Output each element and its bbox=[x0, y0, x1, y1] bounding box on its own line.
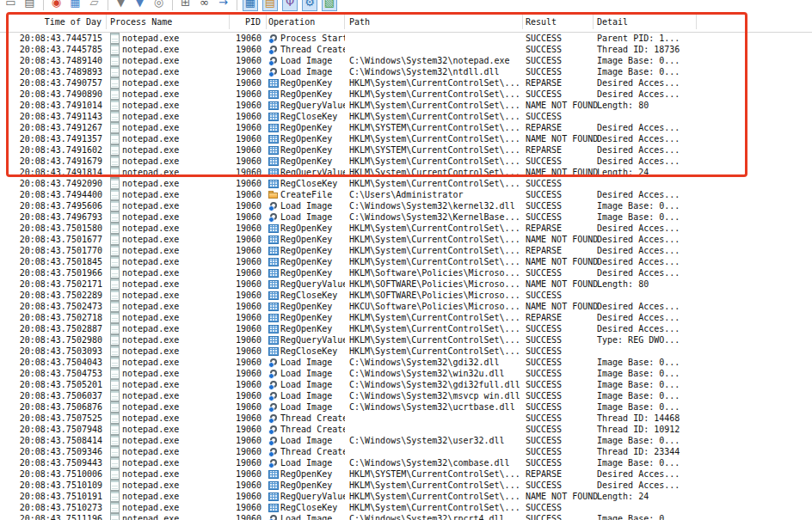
process-name-text: notepad.exe bbox=[122, 123, 179, 132]
table-row[interactable]: 20:08:43.7504753 notepad.exe 19060 Load … bbox=[0, 368, 812, 379]
column-header-detail[interactable]: Detail bbox=[594, 15, 697, 29]
table-row[interactable]: 20:08:43.7496793 notepad.exe 19060 Load … bbox=[0, 211, 812, 223]
table-row[interactable]: 20:08:43.7445715 notepad.exe 19060 Proce… bbox=[0, 33, 812, 44]
registry-icon bbox=[268, 79, 279, 88]
table-row[interactable]: 20:08:43.7506876 notepad.exe 19060 Load … bbox=[0, 401, 812, 413]
table-row[interactable]: 20:08:43.7490890 notepad.exe 19060 RegOp… bbox=[0, 89, 812, 100]
detail-cell: Image Base: 0... bbox=[594, 212, 697, 222]
path-cell: HKLM\System\CurrentControlSet\... bbox=[345, 503, 523, 512]
process-cell: notepad.exe bbox=[107, 368, 230, 379]
process-name-text: notepad.exe bbox=[122, 358, 179, 367]
result-cell: SUCCESS bbox=[523, 380, 594, 389]
column-header-pid[interactable]: PID bbox=[230, 15, 267, 29]
table-row[interactable]: 20:08:43.7508414 notepad.exe 19060 Load … bbox=[0, 435, 812, 446]
operation-text: RegQueryValue bbox=[280, 101, 345, 110]
process-cell: notepad.exe bbox=[107, 211, 230, 223]
table-row[interactable]: 20:08:43.7507525 notepad.exe 19060 Threa… bbox=[0, 413, 812, 424]
table-row[interactable]: 20:08:43.7491014 notepad.exe 19060 RegQu… bbox=[0, 100, 812, 111]
include-process-button[interactable]: ◎ bbox=[151, 0, 166, 11]
filter-button[interactable]: ▼ bbox=[114, 0, 128, 11]
table-row[interactable]: 20:08:43.7501580 notepad.exe 19060 RegOp… bbox=[0, 223, 812, 234]
column-header-operation[interactable]: Operation bbox=[267, 15, 345, 29]
table-row[interactable]: 20:08:43.7509346 notepad.exe 19060 Threa… bbox=[0, 446, 812, 457]
table-row[interactable]: 20:08:43.7445785 notepad.exe 19060 Threa… bbox=[0, 44, 812, 55]
notepad-file-icon bbox=[110, 111, 120, 122]
operation-text: RegOpenKey bbox=[280, 257, 332, 266]
jump-to-button[interactable]: → bbox=[216, 0, 231, 11]
table-row[interactable]: 20:08:43.7489893 notepad.exe 19060 Load … bbox=[0, 66, 812, 77]
detail-cell: Image Base: 0... bbox=[594, 369, 697, 378]
clear-button[interactable]: ▱ bbox=[87, 0, 102, 11]
table-row[interactable]: 20:08:43.7509443 notepad.exe 19060 Load … bbox=[0, 457, 812, 468]
operation-cell: RegCloseKey bbox=[267, 346, 345, 356]
result-cell: REPARSE bbox=[523, 223, 594, 233]
table-row[interactable]: 20:08:43.7491679 notepad.exe 19060 RegOp… bbox=[0, 156, 812, 167]
table-row[interactable]: 20:08:43.7501770 notepad.exe 19060 RegOp… bbox=[0, 245, 812, 256]
autoscroll-toggle[interactable]: ▦ bbox=[68, 0, 83, 11]
table-row[interactable]: 20:08:43.7510109 notepad.exe 19060 RegOp… bbox=[0, 480, 812, 491]
notepad-file-icon bbox=[110, 480, 120, 491]
table-row[interactable]: 20:08:43.7495606 notepad.exe 19060 Load … bbox=[0, 200, 812, 211]
operation-cell: Load Image bbox=[267, 67, 345, 77]
save-button[interactable]: ▤ bbox=[22, 0, 37, 11]
table-row[interactable]: 20:08:43.7501966 notepad.exe 19060 RegOp… bbox=[0, 267, 812, 278]
table-row[interactable]: 20:08:43.7491814 notepad.exe 19060 RegQu… bbox=[0, 167, 812, 178]
table-row[interactable]: 20:08:43.7492090 notepad.exe 19060 RegCl… bbox=[0, 178, 812, 189]
process-cell: notepad.exe bbox=[107, 111, 230, 122]
path-cell: HKLM\System\CurrentControlSet\... bbox=[345, 101, 523, 110]
table-row[interactable]: 20:08:43.7506037 notepad.exe 19060 Load … bbox=[0, 390, 812, 401]
table-row[interactable]: 20:08:43.7503093 notepad.exe 19060 RegCl… bbox=[0, 346, 812, 357]
table-row[interactable]: 20:08:43.7501677 notepad.exe 19060 RegOp… bbox=[0, 234, 812, 245]
process-icon bbox=[268, 413, 279, 424]
table-row[interactable]: 20:08:43.7502171 notepad.exe 19060 RegQu… bbox=[0, 278, 812, 290]
column-header-result[interactable]: Result bbox=[523, 15, 594, 29]
show-network-toggle[interactable]: Ψ bbox=[282, 0, 298, 11]
table-row[interactable]: 20:08:43.7502718 notepad.exe 19060 RegOp… bbox=[0, 312, 812, 323]
notepad-file-icon bbox=[110, 334, 120, 346]
table-row[interactable]: 20:08:43.7507948 notepad.exe 19060 Threa… bbox=[0, 424, 812, 435]
table-row[interactable]: 20:08:43.7489140 notepad.exe 19060 Load … bbox=[0, 55, 812, 66]
operation-cell: RegOpenKey bbox=[267, 313, 345, 322]
show-filesystem-toggle[interactable]: ▤ bbox=[262, 0, 278, 11]
notepad-file-icon bbox=[110, 234, 120, 245]
toolbar-separator bbox=[237, 0, 237, 10]
show-registry-toggle[interactable]: ▦ bbox=[243, 0, 258, 11]
column-header-path[interactable]: Path bbox=[345, 15, 523, 29]
table-row[interactable]: 20:08:43.7505201 notepad.exe 19060 Load … bbox=[0, 379, 812, 390]
table-row[interactable]: 20:08:43.7502980 notepad.exe 19060 RegQu… bbox=[0, 334, 812, 346]
operation-cell: Thread Create bbox=[267, 413, 345, 424]
table-row[interactable]: 20:08:43.7502289 notepad.exe 19060 RegCl… bbox=[0, 290, 812, 301]
table-row[interactable]: 20:08:43.7510006 notepad.exe 19060 RegOp… bbox=[0, 468, 812, 480]
open-button[interactable]: ▭ bbox=[3, 0, 18, 11]
detail-cell: Type: REG_DWO... bbox=[594, 335, 697, 345]
column-header-process[interactable]: Process Name bbox=[107, 15, 230, 29]
process-cell: notepad.exe bbox=[107, 234, 230, 245]
table-row[interactable]: 20:08:43.7491267 notepad.exe 19060 RegOp… bbox=[0, 122, 812, 133]
show-profiling-toggle[interactable]: ▧ bbox=[322, 0, 337, 11]
time-cell: 20:08:43.7507948 bbox=[0, 424, 107, 435]
find-button[interactable]: ∞ bbox=[197, 0, 212, 11]
table-row[interactable]: 20:08:43.7494400 notepad.exe 19060 Creat… bbox=[0, 189, 812, 200]
table-row[interactable]: 20:08:43.7504043 notepad.exe 19060 Load … bbox=[0, 357, 812, 368]
table-row[interactable]: 20:08:43.7491357 notepad.exe 19060 RegOp… bbox=[0, 133, 812, 144]
table-row[interactable]: 20:08:43.7502473 notepad.exe 19060 RegOp… bbox=[0, 301, 812, 312]
pid-cell: 19060 bbox=[230, 111, 267, 122]
table-row[interactable]: 20:08:43.7491143 notepad.exe 19060 RegCl… bbox=[0, 111, 812, 122]
table-row[interactable]: 20:08:43.7491602 notepad.exe 19060 RegOp… bbox=[0, 144, 812, 156]
operation-cell: Load Image bbox=[267, 391, 345, 401]
path-cell: C:\Windows\System32\win32u.dll bbox=[345, 369, 523, 378]
table-row[interactable]: 20:08:43.7510191 notepad.exe 19060 RegQu… bbox=[0, 491, 812, 502]
result-cell: SUCCESS bbox=[523, 358, 594, 367]
detail-cell: Thread ID: 23344 bbox=[594, 447, 697, 456]
show-process-toggle[interactable]: ⚙ bbox=[302, 0, 317, 11]
highlight-button[interactable]: ▼ bbox=[132, 0, 147, 11]
table-row[interactable]: 20:08:43.7490757 notepad.exe 19060 RegOp… bbox=[0, 77, 812, 89]
process-tree-button[interactable]: ⊞ bbox=[178, 0, 193, 11]
table-row[interactable]: 20:08:43.7511196 notepad.exe 19060 Load … bbox=[0, 513, 812, 520]
table-row[interactable]: 20:08:43.7502887 notepad.exe 19060 RegOp… bbox=[0, 323, 812, 334]
column-header-time[interactable]: Time of Day bbox=[0, 15, 107, 29]
capture-toggle[interactable]: ◉ bbox=[49, 0, 64, 11]
table-row[interactable]: 20:08:43.7501845 notepad.exe 19060 RegOp… bbox=[0, 256, 812, 267]
table-row[interactable]: 20:08:43.7510273 notepad.exe 19060 RegCl… bbox=[0, 502, 812, 513]
time-cell: 20:08:43.7491602 bbox=[0, 144, 107, 156]
